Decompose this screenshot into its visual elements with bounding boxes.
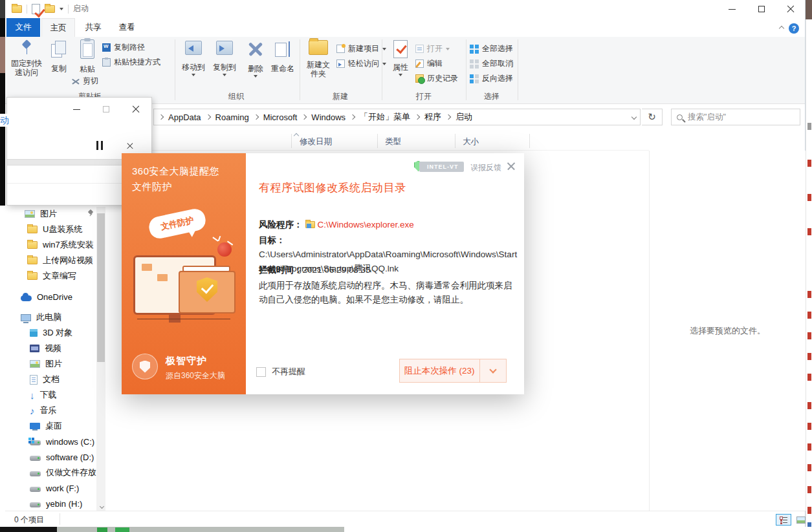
chevron-right-icon[interactable] [159,114,164,120]
edit-button[interactable]: 编辑 [415,58,443,69]
tab-view[interactable]: 查看 [110,18,144,37]
breadcrumb-roaming[interactable]: Roaming [213,112,252,122]
dropdown-icon [399,74,402,76]
invert-selection-button[interactable]: 反向选择 [470,73,513,84]
dropdown-icon [254,75,258,78]
sidebar-item-pictures[interactable]: 图片 [5,356,97,372]
paste-button[interactable]: 粘贴 [72,39,102,74]
delete-button[interactable]: 删除 [243,41,268,78]
security-alert-dialog: 360安全大脑提醒您 文件防护 文件防护 极智守护 源自360安全大脑 [122,153,524,394]
folder-icon[interactable] [45,5,55,13]
pause-button[interactable] [93,139,107,152]
alert-description: 此项用于存放随系统启动的程序。木马、病毒通常会利用此项来启动自己入侵您的电脑。如… [259,279,515,307]
sidebar-item-videos[interactable]: 视频 [5,341,97,356]
sidebar-item-folder[interactable]: 文章编写 [5,268,97,284]
close-button[interactable] [776,0,805,18]
copy-to-button[interactable]: 复制到 [210,41,239,76]
checkbox[interactable] [256,367,266,377]
qat-customize-icon[interactable] [60,8,63,10]
maximize-button[interactable] [99,103,113,116]
sidebar-item-this-pc[interactable]: 此电脑 [5,310,97,325]
breadcrumb-appdata[interactable]: AppData [166,112,204,122]
search-input[interactable] [688,112,785,122]
column-header-type[interactable]: 类型 [385,136,401,147]
open-button[interactable]: 打开 [415,43,450,54]
breadcrumb-programs[interactable]: 程序 [422,111,444,123]
help-icon[interactable]: ? [789,23,799,34]
dropdown-icon [223,74,226,76]
video-icon [30,345,39,352]
sidebar-item-music[interactable]: ♪ 音乐 [5,403,97,418]
sidebar-item-3d-objects[interactable]: 3D 对象 [5,325,97,341]
select-none-button[interactable]: 全部取消 [470,58,513,69]
sidebar-item-drive-c[interactable]: windows (C:) [5,434,97,449]
cancel-button[interactable] [122,139,137,152]
close-icon[interactable] [506,161,516,171]
close-button[interactable] [129,103,143,116]
paste-shortcut-button[interactable]: 粘贴快捷方式 [102,57,160,68]
scrollbar-thumb[interactable] [97,213,105,362]
tab-share[interactable]: 共享 [76,18,110,37]
refresh-button[interactable]: ↻ [642,109,663,125]
sidebar-item-downloads[interactable]: ↓ 下载 [5,387,97,403]
block-action-dropdown[interactable] [479,359,507,382]
window-title: 启动 [73,3,89,14]
minimize-button[interactable] [69,103,83,116]
minimize-button[interactable] [718,0,747,18]
preview-empty-text: 选择要预览的文件。 [690,325,765,337]
sidebar-item-folder[interactable]: win7系统安装 [5,237,97,253]
risk-program-row: 风险程序：C:\Windows\explorer.exe [259,218,515,232]
chevron-right-icon[interactable] [253,114,258,120]
sidebar-item-desktop[interactable]: 桌面 [5,418,97,434]
folder-icon[interactable] [12,5,22,13]
rename-button[interactable]: 重命名 [268,41,298,73]
maximize-button[interactable] [747,0,776,18]
breadcrumb-start-menu[interactable]: 「开始」菜单 [357,111,413,123]
sidebar-item-pictures-pinned[interactable]: 图片 [5,206,97,222]
details-view-button[interactable] [776,514,791,526]
sidebar-scrollbar[interactable] [96,207,105,512]
chevron-right-icon[interactable] [302,114,307,120]
sidebar-item-drive-d[interactable]: software (D:) [5,449,97,465]
sidebar-item-drive-h[interactable]: yebin (H:) [5,496,97,511]
sidebar-item-folder[interactable]: 上传网站视频 [5,253,97,268]
scrollbar-down-arrow[interactable] [98,502,105,510]
address-dropdown-icon[interactable] [631,114,637,120]
chevron-right-icon[interactable] [415,114,420,120]
sidebar-item-drive-e[interactable]: 仅做文件存放 (E [5,465,97,480]
pin-to-quick-access-button[interactable]: 固定到快速访问 [8,41,45,77]
copy-path-button[interactable]: 复制路径 [102,42,145,53]
properties-button[interactable]: 属性 [388,40,413,76]
breadcrumb-microsoft[interactable]: Microsoft [261,112,300,122]
risk-program-path[interactable]: C:\Windows\explorer.exe [318,220,414,229]
search-box[interactable] [671,109,800,125]
tab-home[interactable]: 主页 [41,18,75,37]
new-item-button[interactable]: 新建项目 [336,43,386,54]
sidebar-item-onedrive[interactable]: OneDrive [5,289,97,304]
false-positive-report-link[interactable]: 误报反馈 [470,162,501,173]
new-folder-button[interactable]: 新建文件夹 [303,40,334,78]
breadcrumb-startup[interactable]: 启动 [453,111,475,123]
history-button[interactable]: 历史记录 [415,73,458,84]
breadcrumb-windows[interactable]: Windows [309,112,348,122]
column-header-date[interactable]: 修改日期 [300,136,332,147]
address-bar[interactable]: AppData Roaming Microsoft Windows 「开始」菜单… [153,109,641,125]
select-all-button[interactable]: 全部选择 [470,43,513,54]
footer-title: 极智守护 [166,355,207,367]
sidebar-item-drive-f[interactable]: work (F:) [5,480,97,496]
column-header-size[interactable]: 大小 [463,136,479,147]
thumbnail-view-button[interactable] [793,514,809,526]
chevron-right-icon[interactable] [205,114,210,120]
copy-button[interactable]: 复制 [45,41,72,73]
sidebar-item-documents[interactable]: 文档 [5,372,97,387]
chevron-right-icon[interactable] [446,114,451,120]
block-action-button[interactable]: 阻止本次操作 (23) [400,359,479,382]
easy-access-button[interactable]: 轻松访问 [336,58,386,69]
sidebar-item-folder[interactable]: U盘装系统 [5,222,97,237]
move-to-button[interactable]: 移动到 [179,41,208,76]
properties-check-icon[interactable] [32,4,40,14]
cut-button[interactable]: 剪切 [71,76,98,87]
chevron-right-icon[interactable] [350,114,355,120]
dont-remind-option[interactable]: 不再提醒 [256,366,305,378]
tab-file[interactable]: 文件 [6,18,40,37]
